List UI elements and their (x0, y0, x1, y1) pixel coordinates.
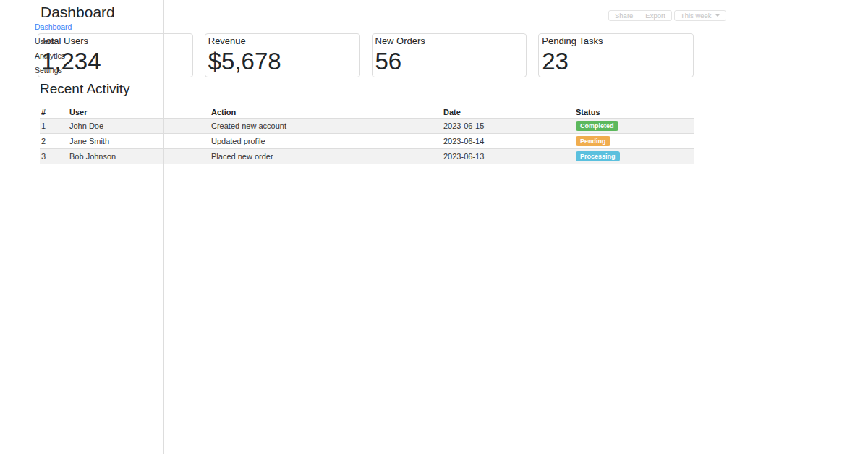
status-badge: Completed (576, 121, 618, 131)
stat-card-value: 23 (542, 48, 690, 75)
status-badge: Processing (576, 151, 620, 161)
stat-card-revenue: Revenue $5,678 (205, 33, 360, 77)
cell-action: Created new account (210, 119, 442, 134)
share-export-button-group: Share Export (608, 10, 672, 21)
export-button[interactable]: Export (639, 10, 671, 21)
cell-status: Pending (574, 134, 694, 149)
stat-card-pending-tasks: Pending Tasks 23 (538, 33, 694, 77)
cell-action: Updated profile (210, 134, 442, 149)
stat-card-value: $5,678 (208, 48, 357, 75)
share-button[interactable]: Share (608, 10, 639, 21)
column-header-status: Status (574, 106, 694, 119)
column-header-action: Action (210, 106, 442, 119)
cell-date: 2023-06-14 (442, 134, 574, 149)
cell-action: Placed new order (210, 149, 442, 164)
stat-card-value: 56 (375, 48, 524, 75)
sidebar-item-analytics[interactable]: Analytics (35, 51, 163, 60)
sidebar-item-users[interactable]: Users (35, 37, 163, 46)
cell-date: 2023-06-15 (442, 119, 574, 134)
stat-card-label: Revenue (208, 35, 357, 47)
stat-card-label: Pending Tasks (542, 35, 690, 47)
caret-down-icon (715, 14, 720, 17)
toolbar: Share Export This week (608, 10, 726, 21)
cell-date: 2023-06-13 (442, 149, 574, 164)
sidebar-item-dashboard[interactable]: Dashboard (35, 22, 163, 31)
sidebar-nav: Dashboard Users Analytics Settings (0, 0, 163, 75)
period-dropdown-label: This week (681, 11, 712, 20)
stat-card-new-orders: New Orders 56 (372, 33, 527, 77)
status-badge: Pending (576, 136, 610, 146)
column-header-date: Date (442, 106, 574, 119)
cell-status: Processing (574, 149, 694, 164)
sidebar: Dashboard Users Analytics Settings (0, 0, 164, 454)
sidebar-item-settings[interactable]: Settings (35, 66, 163, 75)
period-dropdown[interactable]: This week (674, 10, 726, 21)
cell-status: Completed (574, 119, 694, 134)
stat-card-label: New Orders (375, 35, 524, 47)
